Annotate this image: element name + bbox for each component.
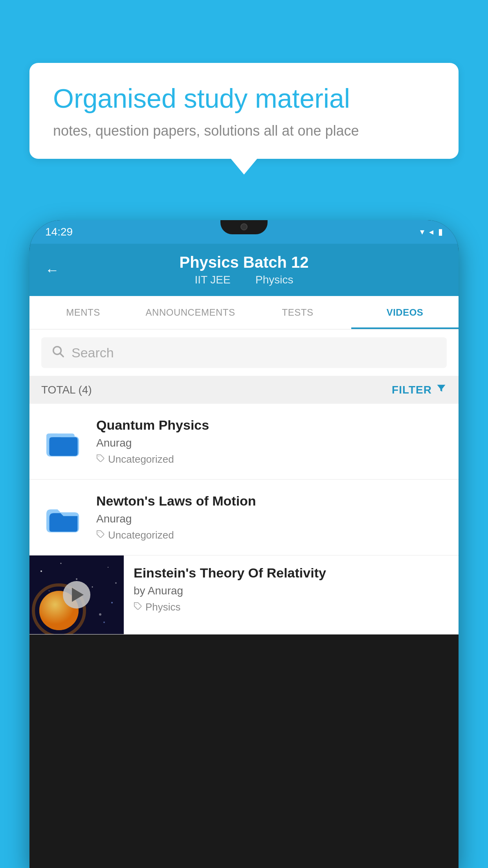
status-icons: ▾ ◂ ▮ [420, 227, 443, 237]
video-tag: Uncategorized [96, 453, 447, 465]
svg-point-12 [49, 590, 50, 591]
phone-frame: 14:29 ▾ ◂ ▮ ← Physics Batch 12 IIT JEE P… [29, 220, 459, 868]
total-count: TOTAL (4) [41, 384, 92, 396]
camera [240, 223, 248, 230]
search-icon [51, 344, 64, 361]
video-info: Newton's Laws of Motion Anurag Uncategor… [96, 493, 447, 541]
svg-point-8 [61, 563, 62, 564]
status-bar: 14:29 ▾ ◂ ▮ [29, 220, 459, 244]
tabs-bar: MENTS ANNOUNCEMENTS TESTS VIDEOS [29, 296, 459, 329]
svg-point-11 [92, 587, 93, 588]
video-tag: Physics [134, 601, 449, 613]
tag-icon [96, 529, 105, 541]
play-button[interactable] [63, 581, 90, 609]
filter-bar: TOTAL (4) FILTER [29, 376, 459, 404]
search-bar: Search [29, 329, 459, 376]
folder-icon [46, 425, 80, 458]
app-header: ← Physics Batch 12 IIT JEE Physics [29, 244, 459, 296]
filter-button[interactable]: FILTER [392, 383, 447, 397]
svg-point-7 [40, 570, 42, 572]
video-tag: Uncategorized [96, 529, 447, 541]
svg-point-10 [108, 567, 108, 568]
video-thumbnail [29, 555, 124, 634]
svg-point-13 [115, 582, 117, 584]
list-item[interactable]: Newton's Laws of Motion Anurag Uncategor… [29, 480, 459, 555]
video-title: Newton's Laws of Motion [96, 493, 447, 509]
svg-point-18 [111, 602, 113, 603]
speech-bubble: Organised study material notes, question… [29, 63, 459, 159]
video-title: Quantum Physics [96, 417, 447, 433]
battery-icon: ▮ [438, 227, 443, 237]
list-item[interactable]: Quantum Physics Anurag Uncategorized [29, 404, 459, 480]
subtitle-iitjee: IIT JEE [194, 274, 230, 286]
tab-tests[interactable]: TESTS [244, 296, 351, 329]
svg-point-19 [103, 622, 105, 623]
video-author: Anurag [96, 513, 447, 525]
tag-icon [96, 453, 105, 465]
svg-point-17 [99, 613, 101, 616]
signal-icon: ◂ [429, 227, 433, 237]
list-item[interactable]: Einstein's Theory Of Relativity by Anura… [29, 555, 459, 634]
folder-icon [46, 501, 80, 534]
notch [220, 220, 268, 234]
video-list: Quantum Physics Anurag Uncategorized [29, 404, 459, 634]
back-button[interactable]: ← [45, 262, 59, 278]
tab-announcements[interactable]: ANNOUNCEMENTS [137, 296, 244, 329]
search-input-container[interactable]: Search [41, 337, 447, 368]
page-title: Physics Batch 12 [179, 254, 308, 271]
wifi-icon: ▾ [420, 227, 424, 237]
video-author: by Anurag [134, 585, 449, 597]
status-time: 14:29 [45, 226, 73, 238]
video-author: Anurag [96, 437, 447, 449]
play-triangle-icon [72, 588, 84, 602]
tag-icon [134, 601, 142, 613]
folder-thumbnail [41, 420, 84, 463]
svg-point-9 [76, 578, 77, 580]
subtitle-physics: Physics [255, 274, 293, 286]
video-info: Quantum Physics Anurag Uncategorized [96, 417, 447, 465]
header-subtitle: IIT JEE Physics [191, 274, 297, 286]
bubble-title: Organised study material [53, 83, 435, 115]
tab-ments[interactable]: MENTS [29, 296, 137, 329]
filter-icon [436, 383, 447, 397]
search-placeholder: Search [72, 345, 114, 360]
svg-line-1 [60, 353, 63, 357]
video-info: Einstein's Theory Of Relativity by Anura… [124, 555, 459, 623]
bubble-subtitle: notes, question papers, solutions all at… [53, 123, 435, 139]
tab-videos[interactable]: VIDEOS [351, 296, 459, 329]
folder-thumbnail [41, 496, 84, 539]
subtitle-separator [242, 274, 248, 286]
video-title: Einstein's Theory Of Relativity [134, 565, 449, 581]
filter-label: FILTER [392, 384, 432, 396]
